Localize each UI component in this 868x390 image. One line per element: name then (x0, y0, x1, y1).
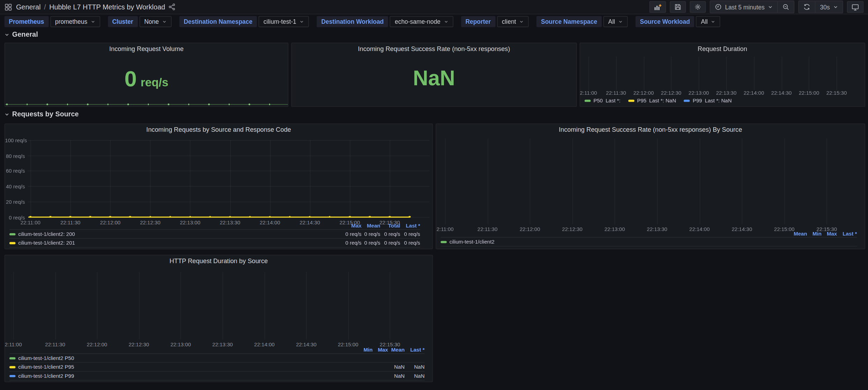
variable-value-dropdown-reporter[interactable]: client (497, 16, 528, 27)
legend-header-row: MeanMinMaxLast * (441, 230, 857, 237)
legend-row: cilium-test-1/client2 P95NaNNaN (9, 362, 425, 371)
variable-prometheus: Prometheusprometheus (5, 16, 100, 27)
chevron-down-icon (90, 19, 95, 24)
legend-series-name[interactable]: P50 (593, 98, 603, 103)
legend-stat-value: 0 req/s (380, 231, 400, 237)
legend-column-header[interactable]: Min (358, 347, 372, 353)
legend-column-header[interactable]: Total (380, 223, 400, 229)
legend-column-header[interactable]: Last * (405, 347, 425, 353)
sparkline-point (249, 103, 250, 105)
legend-stat-value: 0 req/s (362, 231, 380, 237)
time-range-picker[interactable]: Last 5 minutes (710, 1, 778, 13)
variable-value-dropdown-source-workload[interactable]: All (696, 16, 721, 27)
stat-unit: req/s (141, 76, 169, 88)
variable-value-dropdown-cluster[interactable]: None (139, 16, 172, 27)
legend-column-header[interactable]: Max (822, 230, 837, 236)
legend-row: cilium-test-1/client2 (441, 237, 857, 246)
chevron-down-icon (162, 19, 167, 24)
panel-incoming-request-success-rate: Incoming Request Success Rate (non-5xx r… (291, 43, 577, 107)
gridline-vertical (488, 138, 488, 224)
legend-item: P95Last *: NaN (628, 98, 676, 103)
gridline-vertical (742, 138, 743, 224)
apps-grid-icon[interactable] (5, 3, 12, 11)
legend-series-name[interactable]: cilium-test-1/client2: 201 (18, 240, 75, 246)
legend-row: cilium-test-1/client2: 2010 req/s0 req/s… (9, 238, 420, 247)
variable-selected-value: All (701, 18, 708, 25)
gridline-vertical (784, 138, 785, 224)
legend-column-header[interactable]: Max (343, 223, 362, 229)
refresh-interval-label: 30s (820, 3, 830, 10)
legend-stat-value: 0 req/s (343, 231, 362, 237)
legend-series: cilium-test-1/client2 P99 (9, 373, 358, 379)
data-point (109, 216, 111, 218)
legend-item: P99Last *: NaN (684, 98, 732, 103)
gridline-vertical (390, 140, 391, 217)
legend-series: cilium-test-1/client2 P50 (9, 355, 358, 361)
legend-stat-value: 0 req/s (362, 240, 380, 246)
legend-series-name[interactable]: P99 (693, 98, 702, 103)
sparkline-point (127, 103, 129, 105)
y-axis-tick-label: 20 req/s (5, 199, 25, 205)
gridline-vertical (671, 57, 672, 91)
gridline-vertical (445, 138, 446, 224)
variable-label-source-workload: Source Workload (635, 16, 694, 27)
variable-value-dropdown-source-namespace[interactable]: All (603, 16, 628, 27)
variable-value-dropdown-destination-workload[interactable]: echo-same-node (390, 16, 453, 27)
legend-series-name[interactable]: P95 (637, 98, 647, 103)
legend-series-name[interactable]: cilium-test-1/client2 P50 (18, 355, 74, 361)
chevron-down-icon (444, 19, 448, 24)
legend-stat-value: NaN (388, 373, 405, 379)
variable-destination-namespace: Destination Namespacecilium-test-1 (179, 16, 309, 27)
share-icon[interactable] (168, 3, 176, 11)
panel-title[interactable]: Incoming Requests by Source and Response… (5, 126, 432, 133)
zoom-out-time-button[interactable] (777, 1, 794, 13)
section-header-general[interactable]: General (5, 30, 38, 38)
variable-value-dropdown-destination-namespace[interactable]: cilium-test-1 (258, 16, 309, 27)
legend-column-header[interactable]: Min (807, 230, 822, 236)
legend-series-name[interactable]: cilium-test-1/client2 (450, 239, 495, 245)
data-point (129, 216, 131, 218)
data-point (149, 216, 151, 218)
legend-row: cilium-test-1/client2: 2000 req/s0 req/s… (9, 229, 420, 238)
legend-column-header[interactable]: Mean (388, 347, 405, 353)
variable-value-dropdown-prometheus[interactable]: prometheus (50, 16, 100, 27)
cycle-view-mode-button[interactable] (847, 1, 864, 13)
refresh-interval-picker[interactable]: 30s (815, 1, 843, 13)
section-header-requests-by-source[interactable]: Requests by Source (5, 110, 79, 118)
panel-title[interactable]: Incoming Request Success Rate (non-5xx r… (436, 126, 865, 133)
legend-color-marker (628, 99, 634, 101)
refresh-icon (803, 3, 811, 11)
data-point (29, 216, 31, 218)
add-panel-button[interactable] (649, 1, 666, 13)
breadcrumb-section[interactable]: General (16, 3, 41, 11)
panel-title[interactable]: Request Duration (580, 45, 865, 52)
data-point (70, 216, 72, 218)
legend-column-header[interactable]: Max (373, 347, 388, 353)
gridline-vertical (589, 57, 589, 91)
legend-column-header[interactable]: Last * (837, 230, 857, 236)
legend-item: P50Last *: (585, 98, 621, 103)
panel-title[interactable]: Incoming Request Volume (5, 45, 288, 52)
panel-title[interactable]: HTTP Request Duration by Source (5, 258, 432, 264)
panel-title[interactable]: Incoming Request Success Rate (non-5xx r… (292, 45, 576, 52)
data-point (409, 216, 411, 218)
stat-value: NaN (292, 66, 576, 90)
gridline-vertical (55, 272, 56, 339)
save-dashboard-button[interactable] (670, 1, 686, 13)
clock-icon (715, 3, 722, 11)
stat-value: 0req/s (5, 66, 288, 91)
legend-column-header[interactable]: Mean (790, 230, 807, 236)
refresh-dashboard-button[interactable] (799, 1, 815, 13)
legend-column-header[interactable]: Last * (400, 223, 420, 229)
legend-series-name[interactable]: cilium-test-1/client2: 200 (18, 231, 75, 237)
variable-label-source-namespace: Source Namespace (537, 16, 601, 27)
legend-column-header[interactable]: Mean (362, 223, 380, 229)
variable-reporter: Reporterclient (461, 16, 529, 27)
gridline-horizontal (28, 202, 430, 202)
gridline-vertical (70, 140, 71, 217)
dashboard-settings-button[interactable] (690, 1, 706, 13)
legend-series-name[interactable]: cilium-test-1/client2 P95 (18, 364, 74, 370)
legend-series-name[interactable]: cilium-test-1/client2 P99 (18, 373, 74, 379)
y-axis-tick-label: 100 req/s (5, 137, 25, 143)
legend-last-value: Last *: NaN (649, 98, 676, 103)
